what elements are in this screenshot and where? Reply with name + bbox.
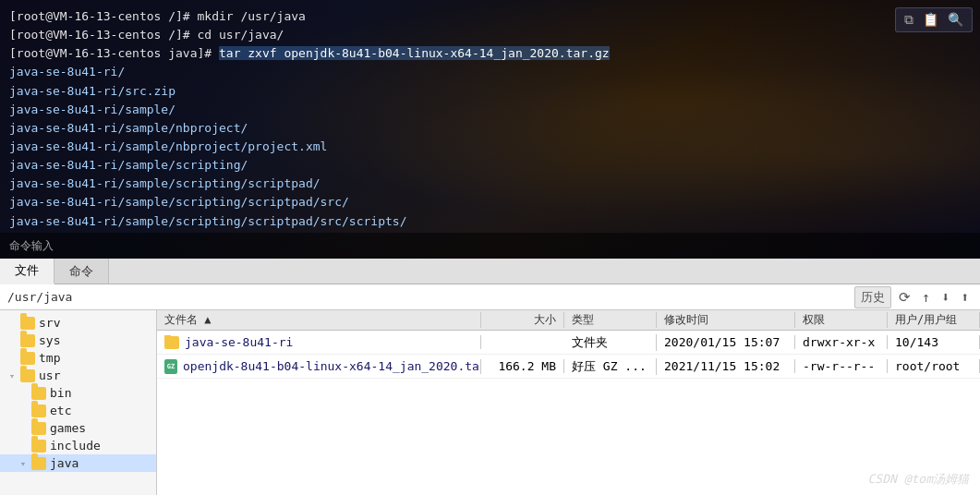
term-line-6: java-se-8u41-ri/sample/ [9, 101, 971, 119]
folder-icon-java [31, 457, 46, 470]
terminal-toolbar: ⧉ 📋 🔍 [895, 7, 973, 32]
term-line-5: java-se-8u41-ri/src.zip [9, 82, 971, 101]
sidebar-label-games: games [50, 421, 86, 435]
sidebar-label-sys: sys [39, 333, 60, 347]
sidebar-item-java[interactable]: ▿ java [0, 454, 156, 472]
file-perms-1: drwxr-xr-x [795, 335, 888, 349]
paste-icon[interactable]: 📋 [920, 10, 941, 30]
fm-tabs: 文件 命令 [0, 259, 980, 284]
sidebar-item-tmp[interactable]: tmp [0, 349, 156, 367]
search-icon[interactable]: 🔍 [945, 10, 966, 30]
col-name[interactable]: 文件名 ▲ [157, 312, 481, 328]
file-name-2: GZ openjdk-8u41-b04-linux-x64-14_jan_202… [157, 359, 481, 374]
sidebar-label-bin: bin [50, 386, 71, 400]
term-line-8: java-se-8u41-ri/sample/nbproject/project… [9, 138, 971, 156]
term-line-11: java-se-8u41-ri/sample/scripting/scriptp… [9, 193, 971, 211]
sidebar-item-include[interactable]: include [0, 437, 156, 454]
download-icon[interactable]: ⬇ [938, 288, 953, 307]
filemanager-panel: 文件 命令 /usr/java 历史 ⟳ ↑ ⬇ ⬆ srv sys [0, 259, 980, 495]
fm-sidebar: srv sys tmp ▿ usr bin [0, 310, 157, 495]
fm-addressbar: /usr/java 历史 ⟳ ↑ ⬇ ⬆ [0, 284, 980, 310]
file-owner-1: 10/143 [888, 335, 980, 349]
folder-icon-file1 [164, 336, 179, 349]
folder-icon-srv [20, 317, 35, 330]
term-line-9: java-se-8u41-ri/sample/scripting/ [9, 156, 971, 175]
sidebar-label-srv: srv [39, 316, 60, 330]
fl-header: 文件名 ▲ 大小 类型 修改时间 权限 用户/用户组 [157, 310, 980, 331]
sidebar-label-tmp: tmp [39, 351, 60, 365]
term-line-10: java-se-8u41-ri/sample/scripting/scriptp… [9, 175, 971, 193]
fm-main: srv sys tmp ▿ usr bin [0, 310, 980, 495]
col-owner[interactable]: 用户/用户组 [888, 312, 980, 328]
col-size[interactable]: 大小 [481, 312, 564, 328]
fm-toolbar-icons: 历史 ⟳ ↑ ⬇ ⬆ [854, 286, 973, 308]
file-modified-2: 2021/11/15 15:02 [657, 359, 795, 373]
sidebar-label-java: java [50, 456, 79, 470]
sidebar-label-include: include [50, 439, 101, 453]
file-type-2: 好压 GZ ... [564, 358, 657, 375]
sidebar-item-sys[interactable]: sys [0, 332, 156, 349]
refresh-icon[interactable]: ⟳ [895, 288, 914, 307]
term-line-3: [root@VM-16-13-centos java]# tar zxvf op… [9, 44, 971, 63]
terminal-output: [root@VM-16-13-centos /]# mkdir /usr/jav… [0, 0, 980, 238]
folder-icon-sys [20, 334, 35, 347]
file-type-1: 文件夹 [564, 334, 657, 351]
fm-filelist: 文件名 ▲ 大小 类型 修改时间 权限 用户/用户组 java-se-8u41-… [157, 310, 980, 495]
file-owner-2: root/root [888, 359, 980, 373]
upload-icon[interactable]: ⬆ [957, 288, 973, 307]
col-type[interactable]: 类型 [564, 312, 657, 328]
term-cmd-highlight: tar zxvf openjdk-8u41-b04-linux-x64-14_j… [219, 46, 610, 60]
history-button[interactable]: 历史 [854, 286, 891, 308]
up-icon[interactable]: ↑ [918, 288, 934, 307]
sidebar-item-usr[interactable]: ▿ usr [0, 367, 156, 384]
folder-icon-tmp [20, 352, 35, 365]
term-line-12: java-se-8u41-ri/sample/scripting/scriptp… [9, 212, 971, 231]
sidebar-item-bin[interactable]: bin [0, 384, 156, 402]
sidebar-label-usr: usr [39, 368, 60, 382]
expand-java: ▿ [18, 459, 28, 468]
term-line-2: [root@VM-16-13-centos /]# cd usr/java/ [9, 26, 971, 44]
tab-files[interactable]: 文件 [0, 259, 54, 284]
term-line-4: java-se-8u41-ri/ [9, 63, 971, 81]
col-perms[interactable]: 权限 [795, 312, 888, 328]
address-path: /usr/java [7, 290, 847, 304]
table-row[interactable]: java-se-8u41-ri 文件夹 2020/01/15 15:07 drw… [157, 331, 980, 355]
col-modified[interactable]: 修改时间 [657, 312, 795, 328]
folder-icon-bin [31, 387, 46, 400]
file-perms-2: -rw-r--r-- [795, 359, 888, 373]
file-name-1: java-se-8u41-ri [157, 335, 481, 349]
term-line-7: java-se-8u41-ri/sample/nbproject/ [9, 119, 971, 138]
copy-icon[interactable]: ⧉ [901, 10, 916, 30]
file-modified-1: 2020/01/15 15:07 [657, 335, 795, 349]
cmd-input-label: 命令输入 [9, 238, 54, 254]
sidebar-label-etc: etc [50, 404, 71, 417]
folder-icon-usr [20, 369, 35, 382]
expand-usr: ▿ [7, 371, 17, 380]
cmd-input-bar: 命令输入 [0, 233, 980, 259]
folder-icon-games [31, 422, 46, 435]
folder-icon-etc [31, 404, 46, 417]
sidebar-item-games[interactable]: games [0, 419, 156, 437]
tab-command[interactable]: 命令 [54, 259, 109, 284]
file-size-2: 166.2 MB [481, 359, 564, 373]
table-row[interactable]: GZ openjdk-8u41-b04-linux-x64-14_jan_202… [157, 355, 980, 379]
terminal-panel: ⧉ 📋 🔍 [root@VM-16-13-centos /]# mkdir /u… [0, 0, 980, 259]
sidebar-item-etc[interactable]: etc [0, 402, 156, 419]
folder-icon-include [31, 440, 46, 453]
archive-icon-file2: GZ [164, 359, 177, 374]
term-line-1: [root@VM-16-13-centos /]# mkdir /usr/jav… [9, 7, 971, 26]
sidebar-item-srv[interactable]: srv [0, 314, 156, 332]
